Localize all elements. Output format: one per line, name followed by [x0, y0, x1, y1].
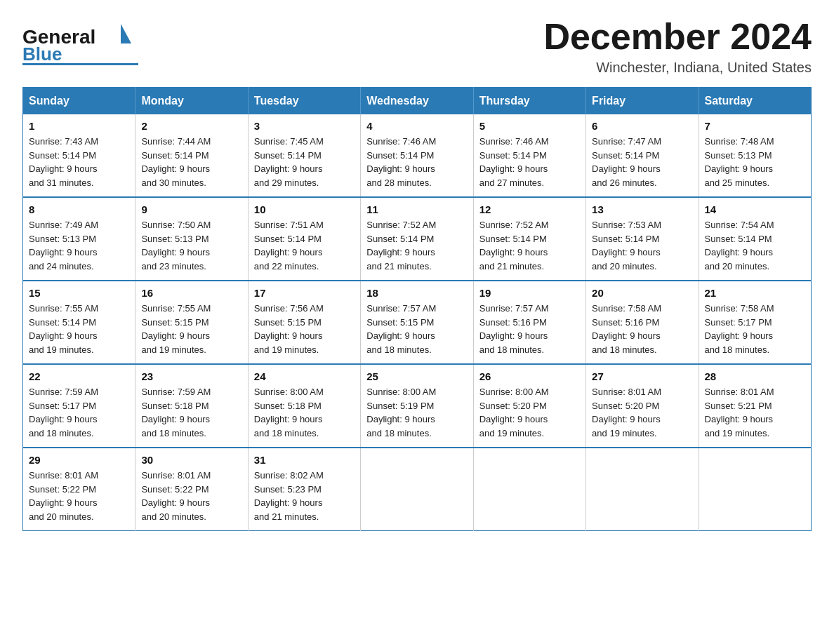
calendar-day-cell: 13Sunrise: 7:53 AMSunset: 5:14 PMDayligh… — [586, 197, 699, 281]
day-number: 18 — [366, 287, 467, 299]
weekday-header-row: SundayMondayTuesdayWednesdayThursdayFrid… — [23, 88, 812, 115]
day-info: Sunrise: 7:57 AMSunset: 5:16 PMDaylight:… — [479, 302, 580, 356]
day-number: 8 — [29, 203, 129, 215]
day-info: Sunrise: 8:01 AMSunset: 5:22 PMDaylight:… — [29, 469, 129, 523]
day-info: Sunrise: 7:44 AMSunset: 5:14 PMDaylight:… — [141, 135, 241, 189]
day-number: 16 — [141, 287, 241, 299]
calendar-day-cell: 7Sunrise: 7:48 AMSunset: 5:13 PMDaylight… — [699, 114, 811, 197]
calendar-day-cell: 9Sunrise: 7:50 AMSunset: 5:13 PMDaylight… — [135, 197, 248, 281]
calendar-day-cell: 21Sunrise: 7:58 AMSunset: 5:17 PMDayligh… — [699, 281, 811, 364]
day-info: Sunrise: 7:59 AMSunset: 5:18 PMDaylight:… — [141, 385, 241, 440]
day-number: 9 — [141, 203, 241, 215]
calendar-day-cell: 19Sunrise: 7:57 AMSunset: 5:16 PMDayligh… — [473, 281, 585, 364]
day-info: Sunrise: 8:00 AMSunset: 5:19 PMDaylight:… — [366, 385, 467, 440]
day-number: 19 — [479, 287, 580, 299]
day-info: Sunrise: 8:02 AMSunset: 5:23 PMDaylight:… — [254, 469, 355, 523]
day-number: 24 — [254, 370, 355, 382]
day-number: 28 — [705, 370, 805, 382]
day-number: 29 — [29, 454, 129, 466]
day-number: 12 — [479, 203, 580, 215]
day-number: 31 — [254, 454, 355, 466]
day-info: Sunrise: 7:52 AMSunset: 5:14 PMDaylight:… — [366, 218, 467, 273]
calendar-day-cell: 6Sunrise: 7:47 AMSunset: 5:14 PMDaylight… — [586, 114, 699, 197]
calendar-day-cell: 31Sunrise: 8:02 AMSunset: 5:23 PMDayligh… — [248, 448, 360, 531]
calendar-day-cell: 28Sunrise: 8:01 AMSunset: 5:21 PMDayligh… — [699, 364, 811, 448]
day-info: Sunrise: 7:50 AMSunset: 5:13 PMDaylight:… — [141, 218, 241, 273]
day-info: Sunrise: 7:45 AMSunset: 5:14 PMDaylight:… — [254, 135, 355, 189]
day-info: Sunrise: 7:46 AMSunset: 5:14 PMDaylight:… — [366, 135, 467, 189]
day-number: 13 — [592, 203, 692, 215]
day-info: Sunrise: 8:01 AMSunset: 5:22 PMDaylight:… — [141, 469, 241, 523]
calendar-week-row: 15Sunrise: 7:55 AMSunset: 5:14 PMDayligh… — [23, 281, 812, 364]
day-info: Sunrise: 7:58 AMSunset: 5:16 PMDaylight:… — [592, 302, 692, 356]
calendar-week-row: 29Sunrise: 8:01 AMSunset: 5:22 PMDayligh… — [23, 448, 812, 531]
weekday-header-thursday: Thursday — [473, 88, 585, 115]
day-info: Sunrise: 8:01 AMSunset: 5:21 PMDaylight:… — [705, 385, 805, 440]
day-number: 20 — [592, 287, 692, 299]
day-info: Sunrise: 7:46 AMSunset: 5:14 PMDaylight:… — [479, 135, 580, 189]
day-number: 15 — [29, 287, 129, 299]
empty-day-cell — [699, 448, 811, 531]
weekday-header-tuesday: Tuesday — [248, 88, 360, 115]
day-number: 17 — [254, 287, 355, 299]
weekday-header-monday: Monday — [135, 88, 248, 115]
day-number: 14 — [705, 203, 805, 215]
day-info: Sunrise: 7:48 AMSunset: 5:13 PMDaylight:… — [705, 135, 805, 189]
logo: General Blue — [22, 17, 142, 66]
calendar-day-cell: 5Sunrise: 7:46 AMSunset: 5:14 PMDaylight… — [473, 114, 585, 197]
calendar-day-cell: 17Sunrise: 7:56 AMSunset: 5:15 PMDayligh… — [248, 281, 360, 364]
calendar-day-cell: 20Sunrise: 7:58 AMSunset: 5:16 PMDayligh… — [586, 281, 699, 364]
day-number: 26 — [479, 370, 580, 382]
day-info: Sunrise: 7:56 AMSunset: 5:15 PMDaylight:… — [254, 302, 355, 356]
calendar-day-cell: 3Sunrise: 7:45 AMSunset: 5:14 PMDaylight… — [248, 114, 360, 197]
day-info: Sunrise: 7:59 AMSunset: 5:17 PMDaylight:… — [29, 385, 129, 440]
day-number: 25 — [366, 370, 467, 382]
calendar-day-cell: 18Sunrise: 7:57 AMSunset: 5:15 PMDayligh… — [361, 281, 473, 364]
day-info: Sunrise: 7:51 AMSunset: 5:14 PMDaylight:… — [254, 218, 355, 273]
calendar-day-cell: 25Sunrise: 8:00 AMSunset: 5:19 PMDayligh… — [361, 364, 473, 448]
calendar-day-cell: 14Sunrise: 7:54 AMSunset: 5:14 PMDayligh… — [699, 197, 811, 281]
calendar-day-cell: 27Sunrise: 8:01 AMSunset: 5:20 PMDayligh… — [586, 364, 699, 448]
day-info: Sunrise: 8:00 AMSunset: 5:20 PMDaylight:… — [479, 385, 580, 440]
day-info: Sunrise: 7:55 AMSunset: 5:14 PMDaylight:… — [29, 302, 129, 356]
weekday-header-friday: Friday — [586, 88, 699, 115]
weekday-header-saturday: Saturday — [699, 88, 811, 115]
day-info: Sunrise: 7:58 AMSunset: 5:17 PMDaylight:… — [705, 302, 805, 356]
empty-day-cell — [473, 448, 585, 531]
location: Winchester, Indiana, United States — [543, 60, 812, 76]
calendar-day-cell: 23Sunrise: 7:59 AMSunset: 5:18 PMDayligh… — [135, 364, 248, 448]
day-info: Sunrise: 7:54 AMSunset: 5:14 PMDaylight:… — [705, 218, 805, 273]
day-number: 23 — [141, 370, 241, 382]
day-number: 11 — [366, 203, 467, 215]
calendar-day-cell: 10Sunrise: 7:51 AMSunset: 5:14 PMDayligh… — [248, 197, 360, 281]
day-info: Sunrise: 7:53 AMSunset: 5:14 PMDaylight:… — [592, 218, 692, 273]
day-number: 22 — [29, 370, 129, 382]
calendar-week-row: 1Sunrise: 7:43 AMSunset: 5:14 PMDaylight… — [23, 114, 812, 197]
svg-text:Blue: Blue — [22, 43, 62, 65]
calendar-day-cell: 2Sunrise: 7:44 AMSunset: 5:14 PMDaylight… — [135, 114, 248, 197]
day-info: Sunrise: 7:55 AMSunset: 5:15 PMDaylight:… — [141, 302, 241, 356]
day-number: 2 — [141, 120, 241, 132]
title-block: December 2024 Winchester, Indiana, Unite… — [543, 17, 812, 76]
day-info: Sunrise: 7:52 AMSunset: 5:14 PMDaylight:… — [479, 218, 580, 273]
day-number: 21 — [705, 287, 805, 299]
calendar-day-cell: 15Sunrise: 7:55 AMSunset: 5:14 PMDayligh… — [23, 281, 135, 364]
calendar-day-cell: 12Sunrise: 7:52 AMSunset: 5:14 PMDayligh… — [473, 197, 585, 281]
day-info: Sunrise: 7:57 AMSunset: 5:15 PMDaylight:… — [366, 302, 467, 356]
month-title: December 2024 — [543, 17, 812, 57]
calendar-day-cell: 22Sunrise: 7:59 AMSunset: 5:17 PMDayligh… — [23, 364, 135, 448]
calendar-week-row: 8Sunrise: 7:49 AMSunset: 5:13 PMDaylight… — [23, 197, 812, 281]
calendar-table: SundayMondayTuesdayWednesdayThursdayFrid… — [22, 87, 812, 531]
day-number: 3 — [254, 120, 355, 132]
page-header: General Blue December 2024 Winchester, I… — [22, 17, 812, 76]
day-number: 30 — [141, 454, 241, 466]
logo-svg: General Blue — [22, 17, 142, 66]
weekday-header-sunday: Sunday — [23, 88, 135, 115]
svg-marker-1 — [121, 24, 131, 43]
day-info: Sunrise: 7:43 AMSunset: 5:14 PMDaylight:… — [29, 135, 129, 189]
day-number: 5 — [479, 120, 580, 132]
day-number: 10 — [254, 203, 355, 215]
day-info: Sunrise: 8:00 AMSunset: 5:18 PMDaylight:… — [254, 385, 355, 440]
calendar-day-cell: 4Sunrise: 7:46 AMSunset: 5:14 PMDaylight… — [361, 114, 473, 197]
empty-day-cell — [586, 448, 699, 531]
